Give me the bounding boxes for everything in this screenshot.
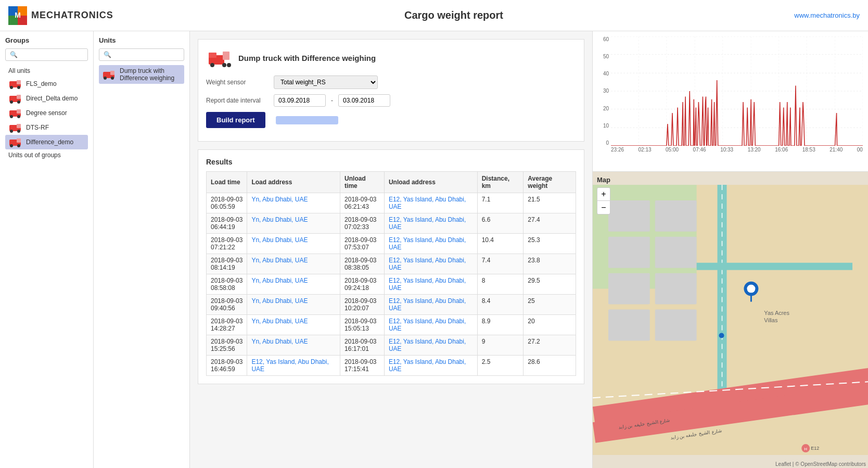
x-label-9: 00 <box>857 147 863 153</box>
cell-load-time: 2018-09-03 06:05:59 <box>207 193 247 213</box>
cell-load-address[interactable]: Yn, Abu Dhabi, UAE <box>247 213 340 234</box>
cell-load-time: 2018-09-03 08:58:08 <box>207 274 247 295</box>
load-address-link[interactable]: Yn, Abu Dhabi, UAE <box>251 318 308 325</box>
cell-distance: 7.1 <box>477 193 524 213</box>
weight-sensor-select[interactable]: Total weight_RS <box>274 75 378 89</box>
cell-unload-time: 2018-09-03 15:05:13 <box>340 315 385 335</box>
build-report-button[interactable]: Build report <box>206 112 265 128</box>
cell-unload-address[interactable]: E12, Yas Island, Abu Dhabi, UAE <box>384 193 477 213</box>
unload-address-link[interactable]: E12, Yas Island, Abu Dhabi, UAE <box>389 358 466 373</box>
map-zoom-in-button[interactable]: + <box>597 187 610 201</box>
svg-rect-10 <box>17 95 21 99</box>
unit-icon-dump <box>102 69 117 80</box>
chart-inner <box>611 36 863 146</box>
unload-address-link[interactable]: E12, Yas Island, Abu Dhabi, UAE <box>389 338 466 352</box>
cell-unload-address[interactable]: E12, Yas Island, Abu Dhabi, UAE <box>384 234 477 254</box>
date-to-input[interactable] <box>338 94 390 107</box>
col-distance: Distance, km <box>477 172 524 193</box>
unload-address-link[interactable]: E12, Yas Island, Abu Dhabi, UAE <box>389 297 466 312</box>
load-address-link[interactable]: Yn, Abu Dhabi, UAE <box>251 338 308 345</box>
svg-point-27 <box>104 77 107 80</box>
cell-load-address[interactable]: Yn, Abu Dhabi, UAE <box>247 234 340 254</box>
x-label-0: 23:26 <box>611 147 624 153</box>
cell-unload-address[interactable]: E12, Yas Island, Abu Dhabi, UAE <box>384 254 477 274</box>
load-address-link[interactable]: Yn, Abu Dhabi, UAE <box>251 196 308 203</box>
units-sidebar: Units Dump truck with Difference weighin… <box>94 31 190 468</box>
cell-unload-address[interactable]: E12, Yas Island, Abu Dhabi, UAE <box>384 295 477 315</box>
cell-unload-address[interactable]: E12, Yas Island, Abu Dhabi, UAE <box>384 335 477 356</box>
cell-avg-weight: 27.4 <box>524 213 576 234</box>
svg-point-11 <box>10 100 13 104</box>
map-zoom-out-button[interactable]: − <box>597 201 610 214</box>
col-unload-time: Unload time <box>340 172 385 193</box>
main-container: Groups All units FLS_demo Direct_Delta d… <box>0 31 868 468</box>
unload-address-link[interactable]: E12, Yas Island, Abu Dhabi, UAE <box>389 277 466 292</box>
groups-sidebar: Groups All units FLS_demo Direct_Delta d… <box>0 31 94 468</box>
x-label-2: 05:00 <box>666 147 679 153</box>
sidebar-item-dts[interactable]: DTS-RF <box>5 120 88 135</box>
cell-avg-weight: 28.6 <box>524 356 576 376</box>
cell-load-address[interactable]: E12, Yas Island, Abu Dhabi, UAE <box>247 356 340 376</box>
cell-load-address[interactable]: Yn, Abu Dhabi, UAE <box>247 315 340 335</box>
unload-address-link[interactable]: E12, Yas Island, Abu Dhabi, UAE <box>389 216 466 231</box>
x-label-4: 10:33 <box>720 147 733 153</box>
sidebar-item-fls[interactable]: FLS_demo <box>5 77 88 91</box>
svg-rect-59 <box>608 310 650 341</box>
y-label-30: 30 <box>603 88 609 94</box>
load-address-link[interactable]: Yn, Abu Dhabi, UAE <box>251 297 308 305</box>
cell-unload-address[interactable]: E12, Yas Island, Abu Dhabi, UAE <box>384 315 477 335</box>
y-label-40: 40 <box>603 71 609 77</box>
load-address-link[interactable]: E12, Yas Island, Abu Dhabi, UAE <box>251 358 328 373</box>
svg-rect-60 <box>655 310 697 341</box>
svg-rect-55 <box>608 237 650 268</box>
all-units-item[interactable]: All units <box>5 65 88 77</box>
svg-text:Villas: Villas <box>764 317 778 323</box>
units-search-input[interactable] <box>99 48 184 61</box>
unload-address-link[interactable]: E12, Yas Island, Abu Dhabi, UAE <box>389 257 466 271</box>
date-from-input[interactable] <box>274 94 326 107</box>
cell-load-address[interactable]: Yn, Abu Dhabi, UAE <box>247 335 340 356</box>
unload-address-link[interactable]: E12, Yas Island, Abu Dhabi, UAE <box>389 196 466 210</box>
svg-point-28 <box>111 77 114 80</box>
cell-avg-weight: 29.5 <box>524 274 576 295</box>
unit-icon-dts <box>8 122 23 133</box>
svg-point-68 <box>747 285 755 293</box>
cell-load-address[interactable]: Yn, Abu Dhabi, UAE <box>247 193 340 213</box>
svg-point-24 <box>17 144 20 147</box>
cell-unload-address[interactable]: E12, Yas Island, Abu Dhabi, UAE <box>384 213 477 234</box>
col-load-address: Load address <box>247 172 340 193</box>
unload-address-link[interactable]: E12, Yas Island, Abu Dhabi, UAE <box>389 236 466 251</box>
sidebar-item-label-fls: FLS_demo <box>26 80 57 87</box>
svg-text:H: H <box>804 447 807 451</box>
sidebar-item-difference[interactable]: Difference_demo <box>5 135 88 149</box>
svg-rect-57 <box>608 273 650 305</box>
table-row: 2018-09-03 09:40:56Yn, Abu Dhabi, UAE201… <box>207 295 576 315</box>
units-item-dump-truck[interactable]: Dump truck with Difference weighing <box>99 65 184 84</box>
report-unit-name: Dump truck with Difference weighing <box>238 54 376 62</box>
report-panel: Dump truck with Difference weighing Weig… <box>198 39 584 142</box>
groups-search-input[interactable] <box>5 48 88 61</box>
svg-rect-53 <box>608 200 650 232</box>
sidebar-item-label-degree: Degree sensor <box>26 109 67 117</box>
load-address-link[interactable]: Yn, Abu Dhabi, UAE <box>251 277 308 284</box>
load-address-link[interactable]: Yn, Abu Dhabi, UAE <box>251 257 308 264</box>
cell-load-address[interactable]: Yn, Abu Dhabi, UAE <box>247 274 340 295</box>
cell-unload-address[interactable]: E12, Yas Island, Abu Dhabi, UAE <box>384 274 477 295</box>
svg-point-12 <box>17 100 20 104</box>
sidebar-item-direct[interactable]: Direct_Delta demo <box>5 91 88 106</box>
load-address-link[interactable]: Yn, Abu Dhabi, UAE <box>251 236 308 244</box>
sidebar-item-degree[interactable]: Degree sensor <box>5 106 88 120</box>
cell-unload-time: 2018-09-03 09:24:18 <box>340 274 385 295</box>
website-link[interactable]: www.mechatronics.by <box>794 11 860 19</box>
cell-load-address[interactable]: Yn, Abu Dhabi, UAE <box>247 295 340 315</box>
cell-avg-weight: 27.2 <box>524 335 576 356</box>
load-address-link[interactable]: Yn, Abu Dhabi, UAE <box>251 216 308 223</box>
cell-unload-address[interactable]: E12, Yas Island, Abu Dhabi, UAE <box>384 356 477 376</box>
map-svg: Yas Acres Villas شارع الشيخ خليفه بن زاي… <box>593 172 868 468</box>
units-out-of-groups[interactable]: Units out of groups <box>5 149 88 161</box>
groups-title: Groups <box>5 36 88 44</box>
cell-load-address[interactable]: Yn, Abu Dhabi, UAE <box>247 254 340 274</box>
logo: M MECHATRONICS <box>8 6 113 25</box>
unload-address-link[interactable]: E12, Yas Island, Abu Dhabi, UAE <box>389 318 466 332</box>
chart-area: 60 50 40 30 20 10 0 <box>593 31 868 172</box>
